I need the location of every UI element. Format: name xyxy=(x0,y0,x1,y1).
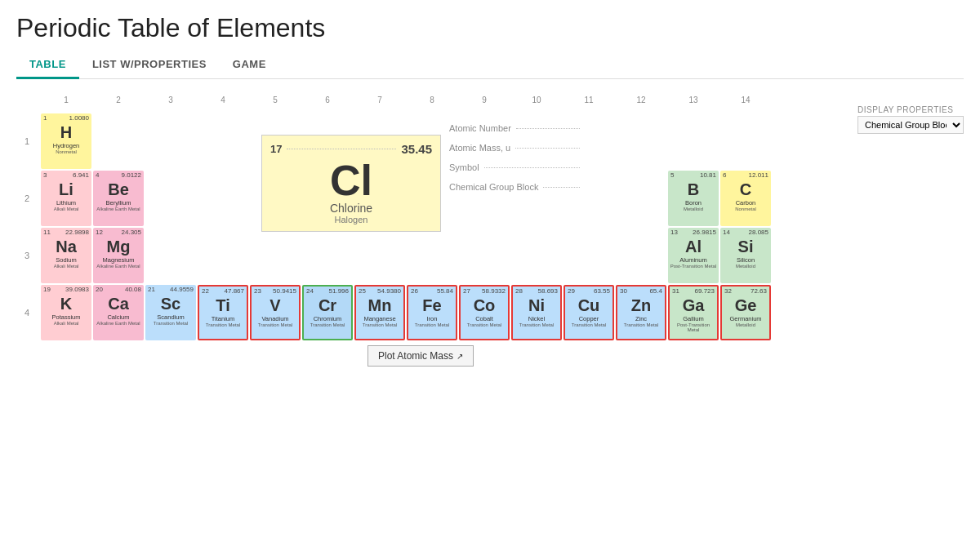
info-panel: Atomic Number Atomic Mass, u Symbol Chem… xyxy=(449,123,580,202)
plot-atomic-mass-button[interactable]: Plot Atomic Mass ↗ xyxy=(368,345,474,367)
cell-name-Mn: Manganese xyxy=(363,315,395,322)
period-label-4: 4 xyxy=(16,285,38,340)
cell-cat-H: Nonmetal xyxy=(56,149,77,154)
cell-cat-Fe: Transition Metal xyxy=(415,322,449,327)
cell-symbol-Al: Al xyxy=(685,238,702,256)
element-Cr[interactable]: 24 51.996 Cr Chromium Transition Metal xyxy=(302,285,353,340)
cell-am-Ca: 40.08 xyxy=(125,286,141,293)
element-Fe[interactable]: 26 55.84 Fe Iron Transition Metal xyxy=(407,285,457,340)
cell-an-Fe: 26 xyxy=(411,287,418,295)
cell-am-Co: 58.9332 xyxy=(482,287,506,295)
tab-table[interactable]: TABLE xyxy=(16,51,79,79)
group-label-4: 4 xyxy=(198,96,248,104)
cell-name-Na: Sodium xyxy=(56,256,76,264)
cell-an-Ga: 31 xyxy=(672,287,679,295)
element-Si[interactable]: 14 28.085 Si Silicon Metalloid xyxy=(720,228,771,283)
cell-symbol-Ga: Ga xyxy=(683,296,705,314)
element-Li[interactable]: 3 6.941 Li Lithium Alkali Metal xyxy=(41,171,91,226)
cell-name-Cr: Chromium xyxy=(314,315,342,322)
cell-cat-Co: Transition Metal xyxy=(467,322,501,327)
info-chemical-group: Chemical Group Block xyxy=(449,182,580,192)
group-label-8: 8 xyxy=(407,96,457,104)
display-props-label: DISPLAY PROPERTIES xyxy=(858,105,964,114)
cell-name-Ge: Germanium xyxy=(729,315,761,322)
cell-symbol-Sc: Sc xyxy=(161,295,180,313)
cell-cat-C: Nonmetal xyxy=(735,207,756,211)
element-Cu[interactable]: 29 63.55 Cu Copper Transition Metal xyxy=(564,285,614,340)
element-K[interactable]: 19 39.0983 K Potassium Alkali Metal xyxy=(41,285,91,340)
cell-am-H: 1.0080 xyxy=(69,114,89,122)
cell-name-Be: Beryllium xyxy=(106,199,131,207)
cell-am-Mg: 24.305 xyxy=(122,229,141,236)
page-title: Periodic Table of Elements xyxy=(16,13,964,43)
cell-am-Ge: 72.63 xyxy=(751,287,767,295)
cell-cat-Cr: Transition Metal xyxy=(310,322,345,327)
cell-an-Cu: 29 xyxy=(568,287,575,295)
element-Sc[interactable]: 21 44.9559 Sc Scandium Transition Metal xyxy=(145,285,196,340)
cell-am-Fe: 55.84 xyxy=(437,287,453,295)
group-label-1: 1 xyxy=(41,96,91,104)
cell-name-C: Carbon xyxy=(736,199,756,207)
cell-an-Be: 4 xyxy=(96,171,99,179)
cell-name-Li: Lithium xyxy=(56,199,76,207)
cell-an-Si: 14 xyxy=(723,229,730,236)
group-label-14: 14 xyxy=(720,96,771,104)
cell-name-Fe: Iron xyxy=(427,315,438,322)
info-atomic-mass: Atomic Mass, u xyxy=(449,143,580,153)
group-label-12: 12 xyxy=(616,96,666,104)
element-Al[interactable]: 13 26.9815 Al Aluminum Post-Transition M… xyxy=(668,228,719,283)
element-Zn[interactable]: 30 65.4 Zn Zinc Transition Metal xyxy=(616,285,666,340)
cell-an-Ca: 20 xyxy=(96,286,103,293)
cell-am-Si: 28.085 xyxy=(749,229,768,236)
detail-atomic-number: 17 xyxy=(270,143,282,155)
element-C[interactable]: 6 12.011 C Carbon Nonmetal xyxy=(720,171,771,226)
tab-list[interactable]: LIST W/PROPERTIES xyxy=(79,51,220,79)
group-label-9: 9 xyxy=(459,96,510,104)
cell-name-Ti: Titanium xyxy=(212,315,234,322)
element-Be[interactable]: 4 9.0122 Be Beryllium Alkaline Earth Met… xyxy=(93,171,144,226)
cell-symbol-Si: Si xyxy=(738,238,754,256)
cell-cat-Al: Post-Transition Metal xyxy=(670,264,716,269)
cell-am-Mn: 54.9380 xyxy=(377,287,401,295)
info-symbol: Symbol xyxy=(449,162,580,172)
cell-symbol-Fe: Fe xyxy=(422,296,441,314)
element-V[interactable]: 23 50.9415 V Vanadium Transition Metal xyxy=(250,285,301,340)
element-Ni[interactable]: 28 58.693 Ni Nickel Transition Metal xyxy=(511,285,562,340)
cell-symbol-Li: Li xyxy=(59,180,74,198)
cell-cat-Zn: Transition Metal xyxy=(624,322,658,327)
period-label-2: 2 xyxy=(16,171,38,226)
cell-am-Ti: 47.867 xyxy=(225,287,244,295)
element-Mn[interactable]: 25 54.9380 Mn Manganese Transition Metal xyxy=(354,285,405,340)
element-Ti[interactable]: 22 47.867 Ti Titanium Transition Metal xyxy=(198,285,248,340)
display-props-select[interactable]: Chemical Group Block Atomic Mass Atomic … xyxy=(858,116,964,134)
cell-symbol-Ca: Ca xyxy=(108,295,129,313)
cell-an-Sc: 21 xyxy=(148,286,155,293)
element-Ga[interactable]: 31 69.723 Ga Gallium Post-Transition Met… xyxy=(668,285,719,340)
cell-name-Ga: Gallium xyxy=(683,315,703,322)
cell-am-Cu: 63.55 xyxy=(594,287,610,295)
element-Co[interactable]: 27 58.9332 Co Cobalt Transition Metal xyxy=(459,285,510,340)
element-Na[interactable]: 11 22.9898 Na Sodium Alkali Metal xyxy=(41,228,91,283)
info-atomic-number: Atomic Number xyxy=(449,123,580,133)
cell-am-V: 50.9415 xyxy=(273,287,296,295)
cell-am-Sc: 44.9559 xyxy=(170,286,194,293)
detail-symbol: Cl xyxy=(270,159,432,202)
cell-symbol-Ni: Ni xyxy=(528,296,545,314)
element-B[interactable]: 5 10.81 B Boron Metalloid xyxy=(668,171,719,226)
group-label-10: 10 xyxy=(511,96,562,104)
cell-an-Li: 3 xyxy=(43,171,47,179)
element-Mg[interactable]: 12 24.305 Mg Magnesium Alkaline Earth Me… xyxy=(93,228,144,283)
cell-cat-Si: Metalloid xyxy=(736,264,755,269)
group-label-6: 6 xyxy=(302,96,353,104)
tab-game[interactable]: GAME xyxy=(220,51,279,79)
cell-name-Ca: Calcium xyxy=(107,313,129,321)
element-detail-box: 17 35.45 Cl Chlorine Halogen xyxy=(261,135,441,232)
element-Ca[interactable]: 20 40.08 Ca Calcium Alkaline Earth Metal xyxy=(93,285,144,340)
cell-am-B: 10.81 xyxy=(700,171,716,179)
element-H[interactable]: 1 1.0080 H Hydrogen Nonmetal xyxy=(41,113,91,169)
cell-name-H: Hydrogen xyxy=(53,142,80,149)
cell-symbol-B: B xyxy=(688,180,699,198)
group-label-7: 7 xyxy=(354,96,405,104)
detail-atomic-mass: 35.45 xyxy=(401,142,432,156)
element-Ge[interactable]: 32 72.63 Ge Germanium Metalloid xyxy=(720,285,771,340)
